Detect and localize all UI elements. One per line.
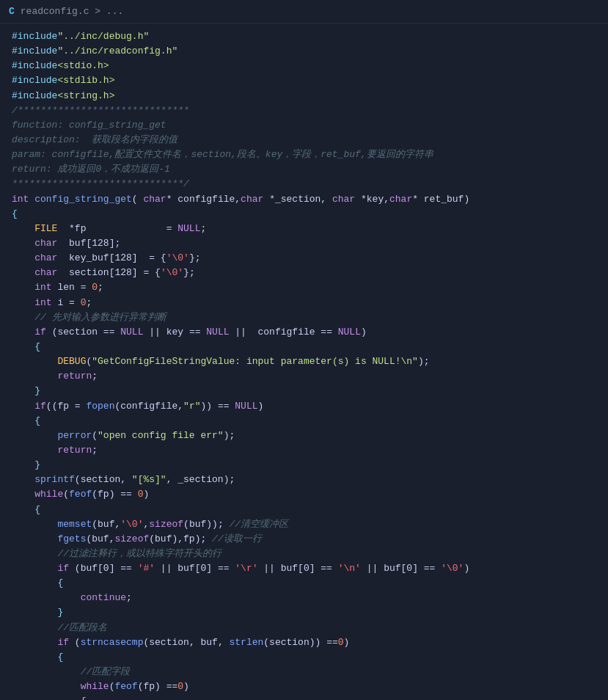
code-line: DEBUG("GetConfigFileStringValue: input p…: [0, 354, 608, 369]
file-path: readconfig.c > ...: [21, 6, 123, 17]
code-line: #include"../inc/readconfig.h": [0, 44, 608, 59]
code-line: return;: [0, 369, 608, 384]
code-line: description: 获取段名内字段的值: [0, 133, 608, 147]
code-line: {: [0, 503, 608, 517]
code-line: int len = 0;: [0, 280, 608, 295]
code-line: param: configfile,配置文件文件名，section,段名。key…: [0, 147, 608, 162]
code-line: /******************************: [0, 103, 608, 118]
code-line: if (strncasecmp(section, buf, strlen(sec…: [0, 635, 608, 650]
code-line: if (buf[0] == '#' || buf[0] == '\r' || b…: [0, 561, 608, 576]
code-line: return: 成功返回0，不成功返回-1: [0, 162, 608, 177]
code-line: #include<stdio.h>: [0, 59, 608, 73]
code-line: fgets(buf,sizeof(buf),fp); //读取一行: [0, 532, 608, 547]
code-line: if((fp = fopen(configfile,"r")) == NULL): [0, 399, 608, 414]
code-line: }: [0, 384, 608, 398]
code-line: perror("open config file err");: [0, 429, 608, 443]
code-line: //匹配字段: [0, 665, 608, 679]
code-line: }: [0, 605, 608, 620]
editor-content: #include"../inc/debug.h" #include"../inc…: [0, 23, 608, 700]
code-line: if (section == NULL || key == NULL || co…: [0, 325, 608, 340]
code-line: //过滤注释行，或以特殊字符开头的行: [0, 547, 608, 561]
code-line: int i = 0;: [0, 296, 608, 310]
code-line: sprintf(section, "[%s]", _section);: [0, 473, 608, 487]
code-line: #include<stdlib.h>: [0, 73, 608, 88]
code-line: {: [0, 414, 608, 429]
code-line: {: [0, 340, 608, 354]
code-line: memset(buf,'\0',sizeof(buf)); //清空缓冲区: [0, 517, 608, 532]
code-line: // 先对输入参数进行异常判断: [0, 310, 608, 325]
code-line: FILE *fp = NULL;: [0, 222, 608, 236]
lang-icon: C: [9, 6, 15, 17]
code-line: char section[128] = {'\0'};: [0, 266, 608, 280]
code-line: return;: [0, 443, 608, 458]
title-bar: C readconfig.c > ...: [0, 0, 608, 23]
code-line: int config_string_get( char* configfile,…: [0, 192, 608, 207]
code-line: {: [0, 576, 608, 591]
code-line: //匹配段名: [0, 621, 608, 635]
code-line: while(feof(fp) ==0): [0, 679, 608, 694]
code-line: ******************************/: [0, 177, 608, 192]
code-line: char buf[128];: [0, 236, 608, 251]
code-line: {: [0, 207, 608, 222]
code-line: function: config_string_get: [0, 118, 608, 133]
code-line: continue;: [0, 591, 608, 605]
code-line: #include"../inc/debug.h": [0, 29, 608, 44]
code-line: #include<string.h>: [0, 89, 608, 103]
code-line: }: [0, 458, 608, 473]
code-line: char key_buf[128] = {'\0'};: [0, 251, 608, 266]
code-line: {: [0, 694, 608, 700]
code-line: {: [0, 650, 608, 665]
code-line: while(feof(fp) == 0): [0, 487, 608, 502]
